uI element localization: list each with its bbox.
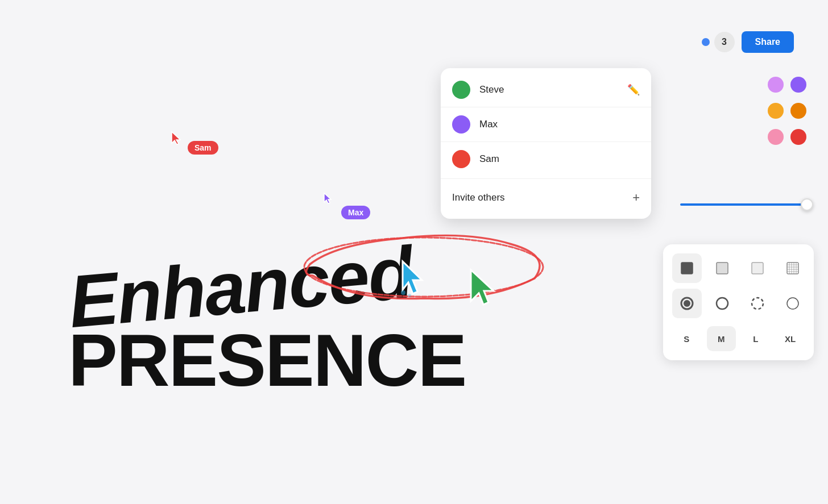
opacity-slider[interactable]: [680, 203, 811, 206]
fill-light-icon[interactable]: [707, 253, 737, 283]
sam-label: Sam: [188, 141, 218, 155]
size-l[interactable]: L: [742, 326, 771, 351]
presence-indicator: 3: [702, 32, 735, 52]
svg-point-2: [408, 294, 411, 297]
size-row: S M L XL: [672, 326, 805, 351]
max-cursor-area: [323, 192, 332, 207]
circle-stroke-icon[interactable]: [707, 289, 737, 318]
svg-rect-5: [752, 263, 763, 274]
swatch-light-purple[interactable]: [768, 77, 784, 93]
users-dropdown: Steve ✏️ Max Sam Invite others +: [441, 68, 651, 219]
size-s[interactable]: S: [672, 326, 701, 351]
svg-point-10: [752, 298, 763, 309]
max-cursor-icon: [323, 192, 332, 205]
color-pair-red: [768, 129, 806, 145]
circle-thin-icon[interactable]: [778, 289, 808, 318]
sam-avatar: [452, 150, 470, 168]
user-row-max[interactable]: Max: [441, 107, 651, 141]
presence-dot: [702, 38, 710, 46]
sam-name: Sam: [479, 153, 640, 165]
max-label: Max: [341, 206, 370, 219]
svg-rect-6: [787, 263, 798, 274]
swatch-light-orange[interactable]: [768, 103, 784, 119]
sam-cursor-icon: [171, 131, 182, 145]
swatch-dark-orange[interactable]: [790, 103, 806, 119]
color-pair-purple: [768, 77, 806, 93]
steve-name: Steve: [479, 84, 618, 95]
color-pair-orange: [768, 103, 806, 119]
slider-thumb[interactable]: [801, 198, 813, 211]
slider-track: [680, 203, 811, 206]
color-swatches: [768, 77, 806, 145]
size-m[interactable]: M: [707, 326, 736, 351]
icon-grid: [672, 253, 805, 318]
fill-pattern-icon[interactable]: [778, 253, 808, 283]
share-button[interactable]: Share: [742, 31, 794, 53]
svg-point-8: [684, 300, 690, 307]
green-cursor: [466, 267, 503, 312]
swatch-dark-red[interactable]: [790, 129, 806, 145]
svg-point-9: [717, 298, 728, 309]
sam-cursor-area: [171, 131, 182, 148]
bottom-panel: S M L XL: [663, 244, 814, 360]
swatch-dark-purple[interactable]: [790, 77, 806, 93]
circle-solid-icon[interactable]: [672, 289, 702, 318]
invite-row[interactable]: Invite others +: [441, 181, 651, 214]
circle-dashed-icon[interactable]: [743, 289, 772, 318]
svg-point-1: [401, 290, 405, 295]
header-controls: 3 Share: [702, 31, 794, 53]
user-row-sam[interactable]: Sam: [441, 141, 651, 176]
presence-count: 3: [714, 32, 735, 52]
swatch-light-red[interactable]: [768, 129, 784, 145]
blue-cursor: [398, 259, 432, 301]
user-row-steve[interactable]: Steve ✏️: [441, 73, 651, 107]
max-name: Max: [479, 119, 640, 130]
size-xl[interactable]: XL: [776, 326, 805, 351]
svg-point-11: [787, 298, 798, 309]
svg-rect-3: [681, 263, 693, 274]
fill-solid-icon[interactable]: [672, 253, 702, 283]
svg-rect-4: [717, 263, 728, 274]
divider: [441, 178, 651, 179]
steve-avatar: [452, 81, 470, 99]
plus-icon: +: [632, 190, 640, 205]
max-avatar: [452, 115, 470, 134]
edit-icon-steve[interactable]: ✏️: [627, 84, 640, 96]
invite-label: Invite others: [452, 192, 632, 203]
fill-lighter-icon[interactable]: [743, 253, 772, 283]
